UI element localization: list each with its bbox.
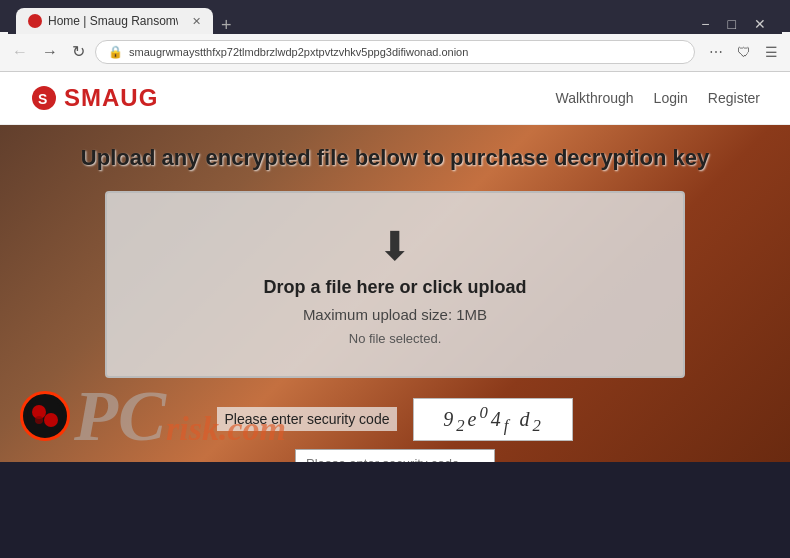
upload-main-label: Drop a file here or click upload: [263, 277, 526, 298]
new-tab-button[interactable]: +: [221, 16, 232, 34]
page-title: Upload any encrypted file below to purch…: [81, 145, 709, 171]
lock-icon: 🔒: [108, 45, 123, 59]
captcha-text: 92e04f d2: [443, 408, 544, 430]
watermark-icon: [20, 391, 70, 441]
url-text: smaugrwmaystthfxp72tlmdbrzlwdp2pxtpvtzvh…: [129, 46, 682, 58]
upload-box[interactable]: ⬇ Drop a file here or click upload Maxim…: [105, 191, 685, 378]
maximize-button[interactable]: □: [720, 14, 744, 34]
svg-point-2: [27, 398, 63, 434]
minimize-button[interactable]: −: [693, 14, 717, 34]
tab-close-button[interactable]: ✕: [192, 15, 201, 28]
nav-walkthrough[interactable]: Walkthrough: [556, 90, 634, 106]
captcha-display: 92e04f d2: [413, 398, 573, 441]
close-button[interactable]: ✕: [746, 14, 774, 34]
tab-title: Home | Smaug Ransomware: [48, 14, 178, 28]
tab-favicon: [28, 14, 42, 28]
page-content: S SMAUG Walkthrough Login Register Uploa…: [0, 72, 790, 462]
back-button[interactable]: ←: [8, 39, 32, 65]
watermark: PC risk.com: [20, 380, 286, 452]
address-bar[interactable]: 🔒 smaugrwmaystthfxp72tlmdbrzlwdp2pxtpvtz…: [95, 40, 695, 64]
site-nav: Walkthrough Login Register: [556, 90, 760, 106]
logo-area: S SMAUG: [30, 84, 158, 112]
svg-text:S: S: [38, 91, 47, 107]
navigation-bar: ← → ↻ 🔒 smaugrwmaystthfxp72tlmdbrzlwdp2p…: [0, 32, 790, 72]
no-file-label: No file selected.: [349, 331, 442, 346]
settings-icon[interactable]: ☰: [761, 40, 782, 64]
refresh-button[interactable]: ↻: [68, 38, 89, 65]
shield-icon[interactable]: 🛡: [733, 40, 755, 64]
extensions-button[interactable]: ⋯: [705, 40, 727, 64]
nav-register[interactable]: Register: [708, 90, 760, 106]
browser-chrome: Home | Smaug Ransomware ✕ + − □ ✕ ← → ↻ …: [0, 0, 790, 72]
nav-extra-buttons: ⋯ 🛡 ☰: [705, 40, 782, 64]
forward-button[interactable]: →: [38, 39, 62, 65]
site-header: S SMAUG Walkthrough Login Register: [0, 72, 790, 125]
upload-size-label: Maximum upload size: 1MB: [303, 306, 487, 323]
pcrisk-logo-icon: [25, 396, 65, 436]
title-bar: Home | Smaug Ransomware ✕ + − □ ✕: [0, 0, 790, 32]
upload-icon: ⬇: [378, 223, 412, 269]
logo-text: SMAUG: [64, 84, 158, 112]
tab-bar: Home | Smaug Ransomware ✕ + − □ ✕: [8, 0, 782, 34]
watermark-risk-text: risk.com: [166, 412, 286, 446]
nav-login[interactable]: Login: [654, 90, 688, 106]
watermark-pc-text: PC: [74, 380, 166, 452]
svg-point-4: [44, 413, 58, 427]
active-tab[interactable]: Home | Smaug Ransomware ✕: [16, 8, 213, 34]
logo-icon: S: [30, 84, 58, 112]
security-code-input[interactable]: [295, 449, 495, 462]
svg-point-5: [35, 416, 43, 424]
